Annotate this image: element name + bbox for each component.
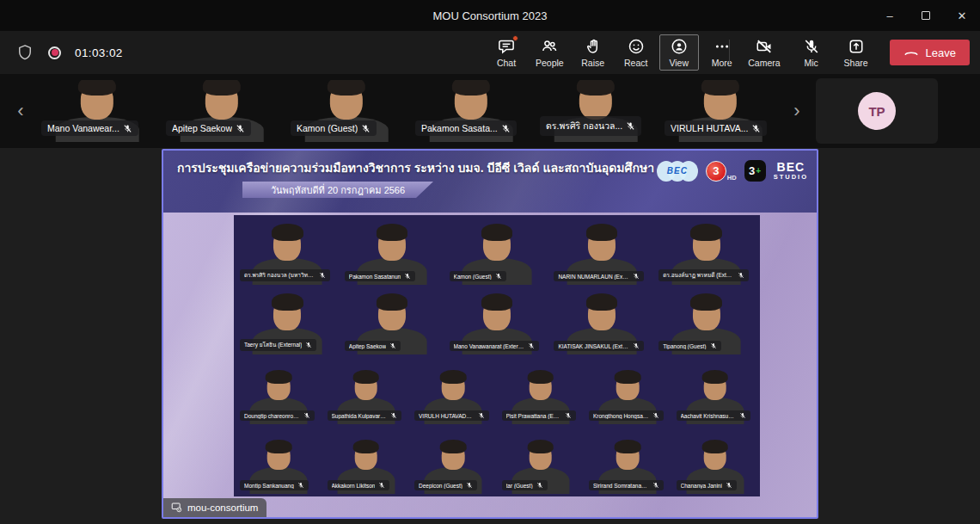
- participant-name-badge: KIATISAK JINSAKUL (External): [554, 341, 644, 351]
- meeting-stage: การประชุมเครือข่ายความร่วมมือทางวิชาการ …: [0, 148, 980, 524]
- participant-thumbnail[interactable]: ดร.พรศิริ กองนวล...: [535, 80, 657, 142]
- participant-name-badge: Doungtip chareonrook Ph...: [240, 410, 315, 421]
- mic-muted-icon: [626, 121, 635, 131]
- logo-row: BEC 3 HD 3+ BEC STUDIO: [657, 160, 808, 182]
- raise-hand-button[interactable]: Raise: [573, 34, 613, 71]
- participant-thumbnail[interactable]: VIRULH HUTAVA...: [659, 80, 781, 142]
- window-controls: – ✕: [872, 0, 980, 31]
- participant-name-badge: VIRULH HUTAVA...: [665, 120, 767, 136]
- title-bar: MOU Consortium 2023 – ✕: [0, 0, 980, 31]
- participant-tile[interactable]: Doungtip chareonrook Ph...: [236, 357, 322, 424]
- participant-tile[interactable]: Chananya Janini: [673, 427, 758, 494]
- participant-name-badge: Pisit Prawattana (External): [502, 410, 577, 421]
- grid-row: Montip Sankanuang: [236, 427, 757, 494]
- participant-tile[interactable]: Krongthong Hongsanee: [585, 357, 671, 424]
- toolbar-center: Chat People Raise React: [487, 34, 742, 71]
- mic-muted-icon: [305, 342, 312, 348]
- participant-filmstrip: ‹ Mano Vanawear...: [0, 74, 980, 148]
- participant-thumbnail[interactable]: Kamon (Guest): [285, 80, 407, 142]
- camera-button[interactable]: Camera: [742, 34, 786, 71]
- participant-name-badge: tar (Guest): [502, 480, 548, 490]
- participant-name-badge: Kamon (Guest): [450, 271, 506, 281]
- teams-meeting-window: MOU Consortium 2023 – ✕ 01:03:02 Chat: [0, 0, 980, 524]
- participant-name-badge: Kamon (Guest): [291, 120, 377, 136]
- participant-tile[interactable]: Aachavit Krishnasuvarna (E...: [673, 357, 758, 424]
- shield-icon[interactable]: [15, 43, 34, 62]
- participant-tile[interactable]: Taery ยโสธิน (External): [236, 287, 339, 354]
- mic-muted-icon: [319, 272, 326, 279]
- shared-screen[interactable]: การประชุมเครือข่ายความร่วมมือทางวิชาการ …: [162, 149, 818, 519]
- participant-tile[interactable]: NARIN NUMARLAUN (External): [550, 218, 652, 285]
- grid-row: Taery ยโสธิน (External): [236, 287, 757, 354]
- participant-name-badge: NARIN NUMARLAUN (External): [554, 271, 644, 281]
- participant-tile[interactable]: tar (Guest): [499, 427, 584, 494]
- mic-muted-icon: [389, 342, 396, 349]
- participant-name-badge: ดร.อนงค์นาฏ พรหมดี (External): [658, 269, 749, 281]
- participant-thumbnail[interactable]: Mano Vanawear...: [36, 80, 158, 142]
- mic-muted-icon: [536, 482, 543, 489]
- participant-tile[interactable]: Akkakorn Likitson: [324, 427, 409, 494]
- participant-tile[interactable]: Mano Vanawanarat (External): [446, 287, 548, 354]
- participant-tile[interactable]: Tipanong (Guest): [655, 287, 757, 354]
- chat-button[interactable]: Chat: [487, 34, 526, 71]
- people-button[interactable]: People: [530, 34, 570, 71]
- participant-thumbnail[interactable]: Apitep Saekow: [161, 80, 283, 142]
- mic-muted-icon: [297, 482, 304, 489]
- thumbnail-list: Mano Vanawear... Apitep Saekow: [36, 80, 781, 142]
- mic-muted-icon: [501, 124, 511, 133]
- minimize-button[interactable]: –: [872, 0, 908, 31]
- mic-muted-icon: [303, 412, 310, 419]
- react-button[interactable]: React: [616, 34, 656, 71]
- participant-name-badge: Deepicon (Guest): [414, 480, 477, 490]
- participant-name-badge: Pakamon Sasata...: [415, 120, 517, 136]
- mic-muted-icon: [565, 412, 572, 419]
- participant-tile[interactable]: ดร.พรศิริ กองนวล (มหาวิทยาลัยนวมิ...: [236, 218, 339, 285]
- share-icon: [847, 37, 866, 56]
- mic-muted-icon: [478, 412, 485, 419]
- participant-tile[interactable]: Kamon (Guest): [446, 218, 548, 285]
- camera-off-icon: [755, 37, 774, 56]
- participant-name-badge: ดร.พรศิริ กองนวล (มหาวิทยาลัยนวมิ...: [240, 269, 330, 281]
- participant-tile[interactable]: Pakamon Sasatanun: [341, 218, 444, 285]
- participant-tile[interactable]: ดร.อนงค์นาฏ พรหมดี (External): [655, 218, 757, 285]
- participant-thumbnail[interactable]: Pakamon Sasata...: [410, 80, 532, 142]
- participant-name-badge: Tipanong (Guest): [658, 341, 720, 351]
- meeting-timer: 01:03:02: [75, 46, 123, 59]
- recording-indicator-icon: [48, 46, 61, 59]
- leave-button[interactable]: Leave: [890, 40, 970, 65]
- participant-name-badge: Apitep Saekow: [166, 120, 251, 136]
- maximize-icon: [922, 11, 930, 20]
- mic-muted-icon: [710, 342, 717, 349]
- participant-tile[interactable]: KIATISAK JINSAKUL (External): [550, 287, 652, 354]
- participant-tile[interactable]: VIRULH HUTAVADHANA (E...: [411, 357, 496, 424]
- share-button[interactable]: Share: [836, 34, 876, 71]
- participant-name-badge: VIRULH HUTAVADHANA (E...: [414, 410, 489, 421]
- screen-share-icon: [171, 502, 182, 513]
- view-button[interactable]: View: [659, 34, 699, 71]
- participant-tile[interactable]: Sirirand Somratanawal: [585, 427, 671, 494]
- participant-tile[interactable]: Apitep Saekow: [341, 287, 444, 354]
- close-button[interactable]: ✕: [944, 0, 980, 31]
- maximize-button[interactable]: [908, 0, 944, 31]
- grid-row: Doungtip chareonrook Ph...: [236, 357, 757, 424]
- participant-tile[interactable]: Deepicon (Guest): [411, 427, 496, 494]
- mic-button[interactable]: Mic: [792, 34, 831, 71]
- mic-muted-icon: [633, 273, 640, 280]
- participant-tile[interactable]: Supathida Kulpavarapas (E...: [324, 357, 409, 424]
- participant-tile[interactable]: Montip Sankanuang: [236, 427, 322, 494]
- filmstrip-scroll-right-button[interactable]: ›: [788, 102, 805, 120]
- mic-muted-icon: [495, 273, 502, 280]
- filmstrip-scroll-left-button[interactable]: ‹: [12, 102, 29, 120]
- mic-muted-icon: [652, 482, 659, 489]
- slide-header: การประชุมเครือข่ายความร่วมมือทางวิชาการ …: [163, 151, 817, 213]
- toolbar-right: Camera Mic Share Leave: [729, 34, 970, 71]
- participant-name-badge: Apitep Saekow: [345, 341, 401, 351]
- react-smiley-icon: [627, 37, 646, 56]
- bec-logo: BEC: [657, 161, 698, 182]
- participant-name-badge: Sirirand Somratanawal: [589, 480, 664, 490]
- mic-muted-icon: [404, 273, 411, 280]
- mic-muted-icon: [236, 124, 245, 133]
- participant-tile[interactable]: Pisit Prawattana (External): [499, 357, 584, 424]
- self-video-tile[interactable]: TP: [816, 78, 938, 144]
- bec-studio-logo: BEC STUDIO: [774, 161, 808, 181]
